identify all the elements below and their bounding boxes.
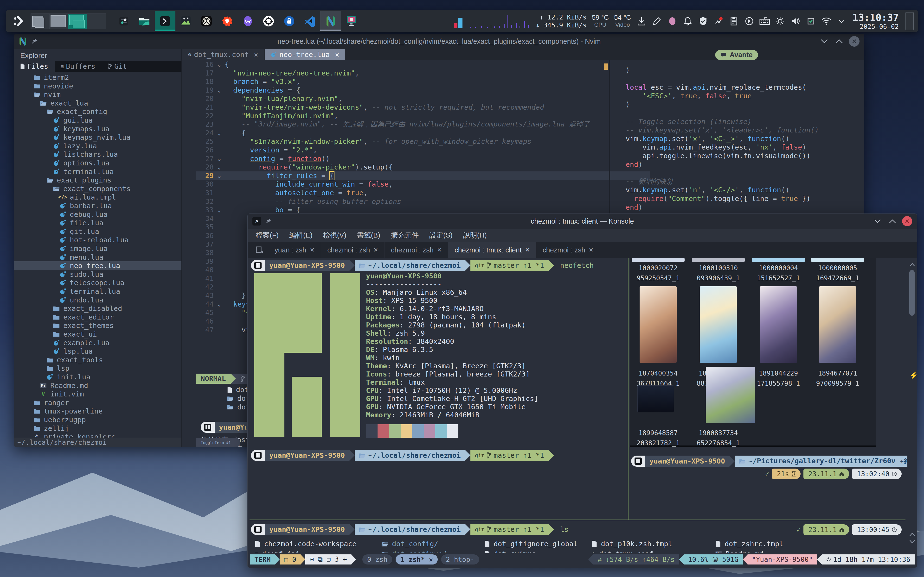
tree-item-options.lua[interactable]: options.lua (14, 159, 181, 167)
tray-volume-icon[interactable] (790, 16, 801, 26)
tree-item-lsp[interactable]: lsp (14, 364, 181, 372)
gallery-thumbnail-game[interactable] (637, 385, 674, 412)
toggleterm-label[interactable]: ToggleTerm #1 (196, 438, 236, 447)
taskbar-app-chatgpt[interactable] (258, 11, 279, 31)
tmux-pane-vborder[interactable] (628, 258, 628, 519)
terminal-area[interactable]: yuan@Yuan-XPS-9500 ~/.local/share/chezmo… (247, 258, 908, 553)
minimize-button[interactable] (872, 216, 883, 226)
tree-item-terminal.lua[interactable]: terminal.lua (14, 287, 181, 296)
scrollbar-thumb[interactable] (909, 270, 914, 316)
menu-檔案(F)[interactable]: 檔案(F) (256, 230, 279, 240)
tree-item-example.lua[interactable]: example.lua (14, 338, 181, 347)
ls-item-chezmoi.code-workspace[interactable]: chezmoi.code-workspace (255, 540, 357, 548)
gallery-thumbnail-anime[interactable] (706, 367, 755, 423)
ls-item-dot_tmux.conf[interactable]: ⚙dot_tmux.conf (592, 550, 654, 553)
tray-chevron-down-icon[interactable] (837, 16, 847, 26)
taskbar-app-vscode[interactable] (300, 11, 320, 31)
tree-item-undo.lua[interactable]: undo.lua (14, 296, 181, 305)
desktop-3-active[interactable] (68, 14, 87, 29)
scroll-up-icon[interactable] (909, 263, 915, 267)
tree-item-exact_ui[interactable]: exact_ui (14, 330, 181, 338)
konsole-tab-chezmoi : zsh[interactable]: chezmoi : zsh✕ (385, 242, 448, 258)
taskbar-app-brave[interactable] (217, 11, 237, 31)
menu-擴充元件[interactable]: 擴充元件 (391, 230, 419, 240)
tray-play-icon[interactable] (744, 16, 754, 26)
tree-item-exact_disabled[interactable]: exact_disabled (14, 304, 181, 313)
buffer-tab-neo-tree.lua[interactable]: neo-tree.lua✕ (265, 49, 345, 60)
tree-item-ai.lua.tmpl[interactable]: </>ai.lua.tmpl (14, 193, 181, 201)
tree-item-private_konsolerc[interactable]: *private_konsolerc (14, 432, 181, 438)
tree-item-ueberzugpp[interactable]: ueberzugpp (14, 416, 181, 424)
scroll-up2-icon[interactable] (909, 532, 915, 537)
tree-item-lazy.lua[interactable]: lazy.lua (14, 142, 181, 150)
tree-item-terminal.lua[interactable]: terminal.lua (14, 167, 181, 176)
digital-clock[interactable]: 13:10:37 2025-06-02 (852, 13, 899, 30)
gallery-thumbnail[interactable] (700, 286, 737, 363)
tray-brightness-icon[interactable] (775, 16, 785, 26)
tree-item-Readme.md[interactable]: M↓Readme.md (14, 381, 181, 390)
menu-編輯(E)[interactable]: 編輯(E) (289, 230, 313, 240)
desktop-4[interactable] (87, 14, 106, 29)
gallery-thumb-strip[interactable] (752, 258, 805, 262)
maximize-button[interactable] (834, 36, 845, 47)
explorer-tab-files[interactable]: Files (14, 61, 55, 72)
taskbar-app-purple-w-app[interactable] (237, 11, 258, 31)
tree-item-hot-reload.lua[interactable]: hot-reload.lua (14, 235, 181, 244)
konsole-titlebar[interactable]: > chezmoi : tmux: client — Konsole (247, 214, 917, 229)
maximize-button[interactable] (887, 216, 898, 226)
ls-item-Readme.md[interactable]: M↓Readme.md (716, 550, 764, 553)
tree-item-lsp.lua[interactable]: lsp.lua (14, 347, 181, 356)
network-speeds[interactable]: ↑ 12.2 KiB/s ↓ 345.9 KiB/s (536, 13, 586, 29)
taskbar-app-konsole[interactable] (155, 11, 175, 31)
tray-color-dot-icon[interactable] (667, 16, 678, 26)
menu-書籤(B)[interactable]: 書籤(B) (357, 230, 380, 240)
ls-item-dot_gitignore_global[interactable]: dot_gitignore_global (485, 540, 578, 548)
gallery-thumb-strip[interactable] (811, 258, 864, 262)
tree-item-exact_plugins[interactable]: exact_plugins (14, 176, 181, 184)
close-button[interactable] (902, 216, 912, 226)
ls-item-dconf.ini[interactable]: ⊞dconf.ini (255, 550, 300, 553)
tree-item-init.vim[interactable]: Vinit.vim (14, 390, 181, 398)
nvim-titlebar[interactable]: neo-tree.lua (~/.local/share/chezmoi/dot… (14, 34, 864, 49)
konsole-tab-chezmoi : zsh[interactable]: chezmoi : zsh✕ (321, 242, 384, 258)
desktop-2[interactable] (50, 14, 68, 29)
tray-download-icon[interactable] (636, 16, 647, 26)
tree-item-image.lua[interactable]: image.lua (14, 244, 181, 253)
tmux-window-1 zsh* ✕[interactable]: 1 zsh* ✕ (396, 554, 438, 564)
tree-item-sudo.lua[interactable]: sudo.lua (14, 270, 181, 279)
close-button[interactable] (849, 36, 859, 47)
ls-item-dot_p10k.zsh.tmpl[interactable]: dot_p10k.zsh.tmpl (592, 540, 672, 548)
taskbar-app-dolphin[interactable] (134, 11, 155, 31)
tree-item-exact_themes[interactable]: exact_themes (14, 321, 181, 330)
konsole-tab-chezmoi : tmux: client[interactable]: chezmoi : tmux: client✕ (448, 242, 536, 258)
tray-red-dot-icon[interactable] (713, 16, 724, 26)
split-view-icon[interactable] (252, 242, 268, 258)
close-tab-icon[interactable]: ✕ (373, 247, 378, 253)
tree-item-file.lua[interactable]: file.lua (14, 219, 181, 227)
tmux-window-0 zsh[interactable]: 0 zsh (362, 554, 392, 564)
tree-item-debug.lua[interactable]: debug.lua (14, 210, 181, 219)
buffer-tab-dot_tmux.conf[interactable]: ⚙dot_tmux.conf✕ (183, 49, 264, 60)
tray-keyboard-icon[interactable] (759, 16, 770, 26)
tree-item-nvim[interactable]: nvim (14, 90, 181, 99)
tray-chip-icon[interactable] (806, 16, 816, 26)
taskbar-app-obs[interactable] (196, 11, 217, 31)
tree-item-ranger[interactable]: ranger (14, 398, 181, 407)
app-launcher-button[interactable] (10, 13, 27, 29)
tree-item-telescope.lua[interactable]: telescope.lua (14, 279, 181, 287)
menu-說明(H)[interactable]: 說明(H) (463, 230, 487, 240)
pin-icon[interactable] (265, 218, 272, 225)
tray-bell-icon[interactable] (682, 16, 693, 26)
network-graph[interactable] (468, 14, 530, 28)
cpu-temp-widget[interactable]: 59 °C CPU (592, 14, 609, 28)
explorer-tab-buffers[interactable]: ▤Buffers (55, 61, 102, 72)
tree-item-exact_tools[interactable]: exact_tools (14, 356, 181, 364)
pin-icon[interactable] (30, 38, 37, 45)
close-tab-icon[interactable]: ✕ (335, 50, 339, 59)
ls-item-dot_config/[interactable]: dot_config/ (381, 540, 438, 548)
close-tab-icon[interactable]: ✕ (310, 247, 315, 253)
tree-item-tmux-powerline[interactable]: tmux-powerline (14, 407, 181, 416)
tray-pen-icon[interactable] (652, 16, 662, 26)
avante-header-badge[interactable]: Avante (715, 50, 758, 60)
sensor-bars[interactable] (454, 14, 462, 28)
